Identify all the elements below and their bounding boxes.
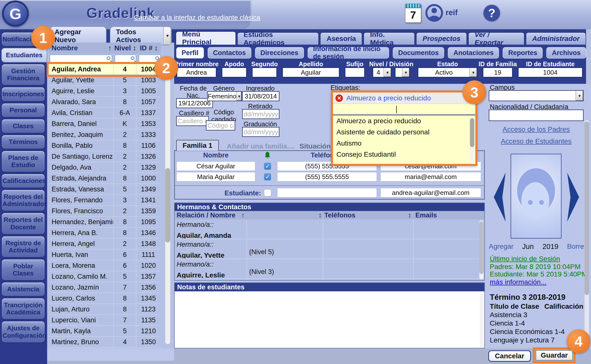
profile-subtab[interactable]: Archivos xyxy=(546,47,586,59)
student-row[interactable]: Herrera, Angel 2 1348 xyxy=(49,239,161,249)
remove-tag-icon[interactable]: × xyxy=(335,94,343,102)
student-row[interactable]: Estrada, Vanessa 5 1349 xyxy=(49,184,161,195)
family-member-email[interactable]: maria@email.com xyxy=(380,172,481,182)
sidebar-item[interactable]: Personal xyxy=(1,103,45,118)
tag-option[interactable]: Consejo Estudiantil xyxy=(333,149,475,160)
column-header-level[interactable]: Nivel ↕ xyxy=(114,44,137,52)
sidebar-item[interactable]: Planes de Estudio xyxy=(1,151,45,172)
user-avatar-icon[interactable] xyxy=(425,3,444,22)
nickname-field[interactable] xyxy=(222,67,247,77)
sidebar-item[interactable]: Calificaciones xyxy=(1,174,45,188)
middle-name-field[interactable] xyxy=(252,67,277,77)
profile-subtab[interactable]: Reportes xyxy=(503,47,543,59)
phones-column[interactable]: Teléfonos↕ xyxy=(323,212,414,219)
student-access-link[interactable]: Acceso de Estudiantes xyxy=(489,137,584,145)
student-row[interactable]: Flores, Fernando 3 1341 xyxy=(49,195,161,206)
enrolled-field[interactable] xyxy=(242,91,279,101)
student-row[interactable]: Avila, Cristian 6-A 1337 xyxy=(49,108,161,119)
sidebar-item[interactable]: Trancripción Académica xyxy=(1,298,45,320)
student-row[interactable]: Lucero, Carlos 8 1345 xyxy=(49,293,161,304)
first-name-field[interactable] xyxy=(177,67,216,77)
profile-subtab[interactable]: Documentos xyxy=(393,47,444,59)
student-list-scrollbar-thumb[interactable] xyxy=(165,168,170,243)
sidebar-item[interactable]: Clases xyxy=(1,119,45,133)
sibling-row[interactable]: Hermano/a::Aguilar, Amanda xyxy=(175,219,484,239)
tag-option[interactable]: Deportes xyxy=(333,160,475,163)
family-id-field[interactable] xyxy=(483,67,513,77)
student-row[interactable]: Huerta, Ivan 6 1111 xyxy=(49,249,161,260)
help-icon[interactable]: ? xyxy=(483,4,500,21)
sidebar-item[interactable]: Términos xyxy=(1,135,45,149)
photo-prev-arrow[interactable] xyxy=(494,173,506,222)
search-level-input[interactable] xyxy=(115,55,136,63)
main-tab[interactable]: Estudios Académicos xyxy=(237,32,319,45)
emails-column[interactable]: Emails xyxy=(414,212,485,219)
student-row[interactable]: Barrera, Daniel K 1353 xyxy=(49,119,161,129)
chevron-down-icon[interactable]: ▼ xyxy=(576,91,583,101)
student-row[interactable]: Estrada, Alejandra 8 1000 xyxy=(49,173,161,184)
student-row[interactable]: Flores, Francisco 2 1359 xyxy=(49,206,161,217)
tag-option[interactable]: Autismo xyxy=(333,138,475,149)
main-scrollbar-thumb[interactable] xyxy=(585,121,589,295)
division-select[interactable]: ▼ xyxy=(395,67,410,77)
chevron-down-icon[interactable]: ▼ xyxy=(236,92,241,101)
student-row[interactable]: Benitez, Joaquim 2 1333 xyxy=(49,129,161,140)
tag-list-scrollbar-thumb[interactable] xyxy=(470,118,474,147)
save-button[interactable]: Guardar xyxy=(536,350,573,361)
student-row[interactable]: Lujan, Arturo 8 1123 xyxy=(49,304,161,315)
relation-name-column[interactable]: Relación / Nombre↑ xyxy=(175,212,247,219)
classic-interface-link[interactable]: Cambiar a la interfaz de estudiante clás… xyxy=(134,14,260,22)
cancel-button[interactable]: Cancelar xyxy=(488,350,531,362)
tag-option[interactable]: Almuerzo a precio reducido xyxy=(333,115,475,126)
chevron-down-icon[interactable]: ▼ xyxy=(384,68,391,77)
chevron-down-icon[interactable]: ▼ xyxy=(402,68,409,77)
search-name-input[interactable] xyxy=(50,55,112,63)
tag-option[interactable]: Asistente de cuidado personal xyxy=(333,126,475,138)
profile-subtab[interactable]: Contactos xyxy=(208,47,251,59)
sidebar-item[interactable]: Inscripciones xyxy=(1,87,45,101)
more-info-link[interactable]: más información... xyxy=(490,278,547,286)
last-name-field[interactable] xyxy=(282,67,339,77)
gender-select[interactable]: Femenino▼ xyxy=(207,91,242,101)
profile-subtab[interactable]: Direcciones xyxy=(255,47,304,59)
profile-subtab[interactable]: Anotaciones xyxy=(448,47,499,59)
student-row[interactable]: Aguilar, Yvette 5 1003 xyxy=(49,75,161,86)
nationality-field[interactable] xyxy=(489,110,584,121)
sidebar-item[interactable]: Estudiantes xyxy=(1,48,47,62)
student-row[interactable]: Martinez, Bruno 4 1350 xyxy=(49,337,161,348)
graduation-field[interactable] xyxy=(242,127,279,137)
sidebar-item[interactable]: Reportes del Docente xyxy=(1,212,45,234)
sidebar-item[interactable]: Registro de Actividad xyxy=(1,236,45,258)
family-tab[interactable]: Familia 1 xyxy=(176,140,219,151)
student-row[interactable]: Lozano, Camilo M. 5 1357 xyxy=(49,271,161,282)
sidebar-item[interactable]: Ajustes de Configuración xyxy=(1,321,45,343)
student-row[interactable]: Loera, Morena 6 1020 xyxy=(49,260,161,271)
locker-field[interactable] xyxy=(176,116,209,126)
main-tab[interactable]: Ver / Exportar xyxy=(468,32,525,45)
profile-subtab[interactable]: Perfil xyxy=(176,47,204,59)
notify-checkbox[interactable] xyxy=(264,189,271,197)
photo-delete-link[interactable]: Borre xyxy=(567,243,584,251)
main-tab[interactable]: Info. Médica xyxy=(363,32,415,45)
sidebar-item[interactable]: Poblar Clases xyxy=(1,259,45,281)
add-family-tab[interactable]: Añadir una familia.... xyxy=(227,142,295,150)
student-row[interactable]: Herrera, Ana B. 8 1346 xyxy=(49,228,161,239)
calendar-icon[interactable]: 7 xyxy=(405,3,421,23)
withdrawn-field[interactable] xyxy=(242,109,279,119)
profile-subtab[interactable]: Información de inicio de sesión xyxy=(308,47,389,59)
student-row[interactable]: Lupercio, Viani 7 1135 xyxy=(49,315,161,326)
chevron-down-icon[interactable]: ▼ xyxy=(469,68,477,77)
student-row[interactable]: Delgado, Ava 2 1329 xyxy=(49,162,161,173)
main-tab[interactable]: Asesoría xyxy=(320,32,362,45)
sidebar-item[interactable]: Asistencia xyxy=(1,282,45,297)
column-header-name[interactable]: Nombre↑ xyxy=(49,44,114,52)
student-row[interactable]: Bonilla, Pablo 8 1106 xyxy=(49,140,161,151)
sibling-row[interactable]: Hermano/a::Aguilar, Yvette (Nivel 5) xyxy=(175,239,484,259)
lock-code-field[interactable] xyxy=(206,121,235,130)
photo-year[interactable]: 2019 xyxy=(542,243,558,251)
family-member-name[interactable]: César Aguilar xyxy=(176,161,255,171)
photo-add-link[interactable]: Agregar xyxy=(489,243,514,251)
tag-search-input[interactable] xyxy=(333,104,475,115)
student-row[interactable]: Aguirre, Leslie 3 1005 xyxy=(49,86,161,97)
photo-next-arrow[interactable] xyxy=(567,173,579,222)
